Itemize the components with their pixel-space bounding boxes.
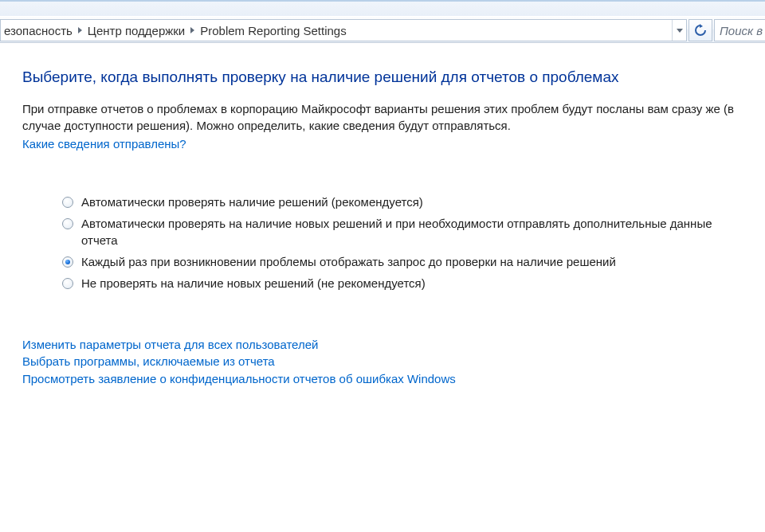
breadcrumb-item[interactable]: Центр поддержки xyxy=(88,24,185,37)
radio-label: Каждый раз при возникновении проблемы от… xyxy=(81,253,616,270)
content-area: Выберите, когда выполнять проверку на на… xyxy=(0,43,765,404)
chevron-right-icon xyxy=(78,27,82,33)
refresh-icon xyxy=(694,24,707,37)
search-input[interactable]: Поиск в xyxy=(714,19,765,41)
breadcrumb-item[interactable]: езопасность xyxy=(4,24,73,37)
breadcrumb-item[interactable]: Problem Reporting Settings xyxy=(200,24,346,37)
radio-option-never-check[interactable]: Не проверять на наличие новых решений (н… xyxy=(62,275,743,291)
chevron-down-icon xyxy=(677,29,683,33)
info-sent-link[interactable]: Какие сведения отправлены? xyxy=(22,135,186,152)
radio-button[interactable] xyxy=(62,256,73,268)
footer-links: Изменить параметры отчета для всех польз… xyxy=(22,336,743,388)
page-heading: Выберите, когда выполнять проверку на на… xyxy=(22,67,743,88)
radio-option-auto-check-send[interactable]: Автоматически проверять на наличие новых… xyxy=(62,215,743,248)
search-placeholder: Поиск в xyxy=(720,24,763,37)
radio-button[interactable] xyxy=(62,278,73,289)
privacy-statement-link[interactable]: Просмотреть заявление о конфиденциальнос… xyxy=(22,370,743,388)
radio-button[interactable] xyxy=(62,197,73,208)
window-frame-top xyxy=(0,0,765,16)
radio-label: Не проверять на наличие новых решений (н… xyxy=(81,275,426,291)
radio-button[interactable] xyxy=(62,218,73,229)
radio-option-auto-check[interactable]: Автоматически проверять наличие решений … xyxy=(62,194,743,210)
radio-option-ask-each-time[interactable]: Каждый раз при возникновении проблемы от… xyxy=(62,253,743,270)
breadcrumb-bar[interactable]: езопасность Центр поддержки Problem Repo… xyxy=(0,19,687,41)
radio-group: Автоматически проверять наличие решений … xyxy=(62,194,743,291)
address-toolbar: езопасность Центр поддержки Problem Repo… xyxy=(0,16,765,43)
change-all-users-link[interactable]: Изменить параметры отчета для всех польз… xyxy=(22,336,743,354)
radio-label: Автоматически проверять на наличие новых… xyxy=(81,215,735,248)
refresh-button[interactable] xyxy=(688,19,712,41)
exclude-programs-link[interactable]: Выбрать программы, исключаемые из отчета xyxy=(22,353,743,370)
description-text: При отправке отчетов о проблемах в корпо… xyxy=(22,100,743,134)
radio-label: Автоматически проверять наличие решений … xyxy=(81,194,423,210)
breadcrumb-dropdown-button[interactable] xyxy=(672,20,686,41)
breadcrumb[interactable]: езопасность Центр поддержки Problem Repo… xyxy=(1,24,672,37)
chevron-right-icon xyxy=(190,27,194,33)
